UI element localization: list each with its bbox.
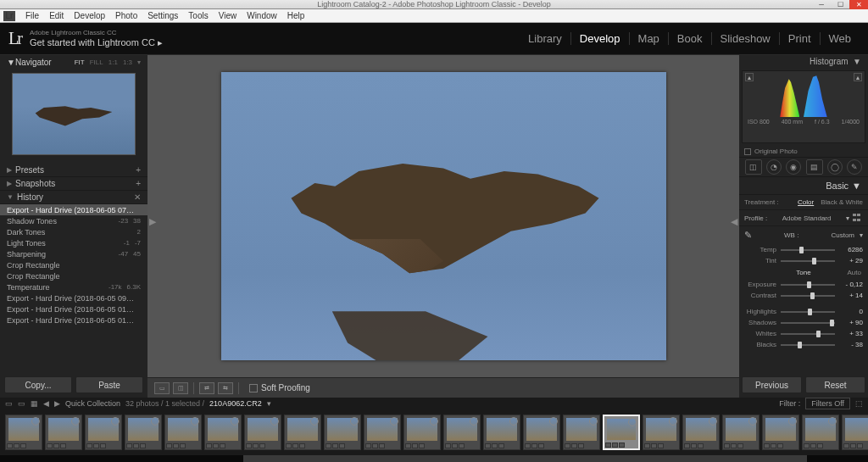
history-item[interactable]: Export - Hard Drive (2018-06-05 01:09:..… [0,303,147,314]
thumbnail[interactable] [164,415,202,450]
grad-filter-icon[interactable]: ▤ [806,159,823,175]
history-item[interactable]: Temperature-17k6.3K [0,281,147,292]
main-window-icon[interactable]: ▭ [5,399,13,408]
second-window-icon[interactable]: ▭ [18,399,25,408]
thumbnail[interactable] [563,415,600,450]
menu-help[interactable]: Help [287,11,305,20]
thumbnail[interactable] [45,415,82,450]
history-item[interactable]: Export - Hard Drive (2018-06-05 01:08:..… [0,314,147,326]
redeye-tool-icon[interactable]: ◉ [786,159,801,175]
nav-fill[interactable]: FILL [90,58,103,66]
menu-edit[interactable]: Edit [49,11,64,20]
menu-window[interactable]: Window [247,11,277,20]
bw-mode[interactable]: Black & White [821,198,863,206]
module-book[interactable]: Book [669,32,712,45]
history-item[interactable]: Crop Rectangle [0,259,147,270]
menu-view[interactable]: View [219,11,237,20]
tint-slider[interactable]: Tint+ 29 [739,255,868,266]
exposure-slider[interactable]: Exposure- 0,12 [739,279,868,290]
thumbnail[interactable] [284,415,321,450]
thumbnail[interactable] [204,415,242,450]
module-develop[interactable]: Develop [571,32,630,45]
filter-select[interactable]: Filters Off [805,398,850,409]
nav-1-1[interactable]: 1:1 [108,58,118,66]
wb-dropdown-icon[interactable]: ▾ [860,231,863,239]
copy-button[interactable]: Copy... [4,376,72,393]
thumbnail[interactable] [244,415,281,450]
crop-tool-icon[interactable]: ◫ [745,159,762,175]
module-map[interactable]: Map [630,32,669,45]
thumbnail[interactable] [802,415,839,450]
brush-tool-icon[interactable]: ✎ [847,159,862,175]
module-slideshow[interactable]: Slideshow [712,32,780,45]
thumbnail[interactable] [722,415,760,450]
original-photo-row[interactable]: Original Photo [739,146,868,157]
maximize-button[interactable]: ☐ [831,0,849,9]
history-item[interactable]: Sharpening-4745 [0,248,147,259]
reset-button[interactable]: Reset [805,376,865,393]
plus-icon[interactable]: + [136,179,141,188]
histogram-graph[interactable] [748,71,860,117]
paste-button[interactable]: Paste [75,376,143,393]
collection-name[interactable]: Quick Collection [65,399,120,408]
thumbnail[interactable] [85,415,122,450]
minimize-button[interactable]: ─ [812,0,831,9]
filmstrip-scrollbar[interactable] [0,455,868,462]
thumbnail[interactable] [643,415,680,450]
menu-develop[interactable]: Develop [74,11,105,20]
navigator-header[interactable]: ▼ Navigator FIT FILL 1:1 1:3 ▾ [0,55,147,69]
menu-settings[interactable]: Settings [147,11,178,20]
previous-button[interactable]: Previous [742,376,802,393]
contrast-slider[interactable]: Contrast+ 14 [739,290,868,301]
menu-tools[interactable]: Tools [188,11,208,20]
blacks-slider[interactable]: Blacks- 38 [739,339,868,350]
thumbnail[interactable] [364,415,401,450]
module-print[interactable]: Print [780,32,821,45]
thumbnail[interactable] [5,415,42,450]
menu-photo[interactable]: Photo [115,11,137,20]
filmstrip-thumbs[interactable] [0,409,868,455]
history-item[interactable]: Light Tones-1-7 [0,237,147,248]
panel-expand-left-icon[interactable]: ▶ [149,216,156,227]
thumbnail[interactable] [324,415,361,450]
fwd-nav-icon[interactable]: ▶ [54,399,60,408]
back-nav-icon[interactable]: ◀ [43,399,49,408]
thumbnail[interactable] [125,415,162,450]
histogram-header[interactable]: Histogram ▼ [739,55,868,68]
eyedropper-icon[interactable]: ✎ [744,230,752,241]
panel-expand-right-icon[interactable]: ◀ [731,216,737,227]
compare-swap-icon[interactable]: ⇄ [199,382,214,394]
before-after-icon[interactable]: ◫ [173,382,188,394]
close-icon[interactable]: ✕ [134,192,141,202]
soft-proofing-toggle[interactable]: Soft Proofing [249,383,310,392]
auto-button[interactable]: Auto [848,269,861,276]
thumbnail[interactable] [523,415,560,450]
file-dropdown-icon[interactable]: ▾ [267,399,271,408]
profile-browser-icon[interactable] [853,214,863,222]
radial-filter-icon[interactable]: ◯ [827,159,843,175]
thumbnail[interactable] [842,415,868,450]
thumbnail[interactable] [443,415,481,450]
thumbnail[interactable] [603,415,640,450]
history-item[interactable]: Crop Rectangle [0,270,147,281]
spot-tool-icon[interactable]: ◔ [766,159,782,175]
filter-lock-icon[interactable]: ⬚ [855,399,863,408]
snapshots-panel[interactable]: ▶Snapshots+ [0,177,147,191]
plus-icon[interactable]: + [136,165,141,175]
canvas[interactable]: ▶ ◀ [147,55,739,377]
whites-slider[interactable]: Whites+ 33 [739,328,868,339]
color-mode[interactable]: Color [798,198,814,206]
photo-preview[interactable] [221,72,666,360]
module-web[interactable]: Web [821,32,860,45]
close-button[interactable]: ✕ [849,0,868,9]
thumbnail[interactable] [483,415,520,450]
nav-fit[interactable]: FIT [75,58,85,66]
get-started-link[interactable]: Get started with Lightroom CC ▸ [30,37,163,48]
nav-dropdown-icon[interactable]: ▾ [137,58,141,66]
highlights-slider[interactable]: Highlights0 [739,306,868,317]
history-panel[interactable]: ▼History✕ [0,191,147,204]
profile-select[interactable]: Adobe Standard [771,214,843,222]
thumbnail[interactable] [682,415,720,450]
loupe-view-icon[interactable]: ▭ [154,382,170,394]
thumbnail[interactable] [762,415,799,450]
